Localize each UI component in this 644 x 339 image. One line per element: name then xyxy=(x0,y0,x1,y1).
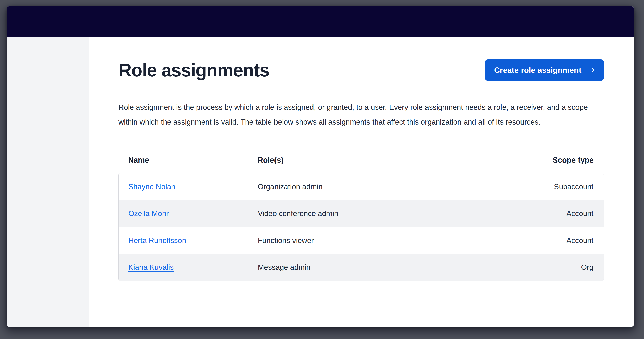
table-row: Ozella Mohr Video conference admin Accou… xyxy=(119,200,604,227)
scope-type-cell: Org xyxy=(519,263,604,272)
name-cell: Herta Runolfsson xyxy=(119,236,258,245)
roles-cell: Organization admin xyxy=(258,182,519,191)
app-body: Role assignments Create role assignment … xyxy=(7,37,634,327)
name-cell: Shayne Nolan xyxy=(119,182,258,191)
role-assignments-table: Name Role(s) Scope type Shayne Nolan Org… xyxy=(118,156,604,281)
scope-type-cell: Account xyxy=(519,236,604,245)
arrow-right-icon: → xyxy=(587,65,594,74)
scope-type-cell: Account xyxy=(519,210,604,218)
user-name-link[interactable]: Ozella Mohr xyxy=(128,210,168,218)
column-header-roles: Role(s) xyxy=(258,156,519,164)
user-name-link[interactable]: Shayne Nolan xyxy=(128,182,175,191)
roles-cell: Video conference admin xyxy=(258,210,519,218)
app-window: Role assignments Create role assignment … xyxy=(7,6,634,327)
create-role-assignment-button[interactable]: Create role assignment → xyxy=(485,60,604,81)
table-row: Shayne Nolan Organization admin Subaccou… xyxy=(119,173,604,200)
name-cell: Ozella Mohr xyxy=(119,210,258,218)
desktop-canvas: { "page": { "title": "Role assignments",… xyxy=(0,0,644,339)
roles-cell: Functions viewer xyxy=(258,236,519,245)
page-description: Role assignment is the process by which … xyxy=(118,100,602,129)
app-header-bar xyxy=(7,6,634,37)
column-header-scope-type: Scope type xyxy=(519,156,604,164)
table-row: Kiana Kuvalis Message admin Org xyxy=(119,254,604,281)
page-title: Role assignments xyxy=(118,60,269,81)
main-content: Role assignments Create role assignment … xyxy=(89,37,634,327)
name-cell: Kiana Kuvalis xyxy=(119,263,258,272)
page-header: Role assignments Create role assignment … xyxy=(118,60,604,81)
user-name-link[interactable]: Kiana Kuvalis xyxy=(128,263,174,272)
roles-cell: Message admin xyxy=(258,263,519,272)
table-row: Herta Runolfsson Functions viewer Accoun… xyxy=(119,227,604,254)
user-name-link[interactable]: Herta Runolfsson xyxy=(128,236,186,244)
create-role-assignment-button-label: Create role assignment xyxy=(494,66,581,74)
sidebar xyxy=(7,37,89,327)
scope-type-cell: Subaccount xyxy=(519,182,604,191)
column-header-name: Name xyxy=(118,156,258,164)
table-body: Shayne Nolan Organization admin Subaccou… xyxy=(118,173,604,281)
table-header-row: Name Role(s) Scope type xyxy=(118,156,604,173)
